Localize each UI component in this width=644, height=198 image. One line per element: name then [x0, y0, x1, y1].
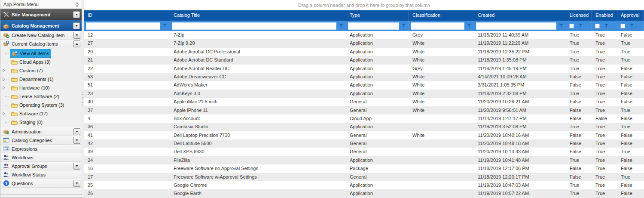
filter-input-type[interactable]: [348, 22, 399, 30]
tree-item-hardware-10[interactable]: Hardware (10): [0, 84, 82, 92]
filter-funnel-icon[interactable]: [162, 22, 168, 29]
cell-type: Application: [346, 123, 409, 131]
expander-right-icon[interactable]: [2, 86, 6, 90]
filter-checkbox-approval[interactable]: [620, 24, 625, 28]
cell-approval: False: [617, 114, 644, 123]
cell-id: 24: [84, 156, 170, 164]
filter-funnel-icon[interactable]: [467, 22, 472, 29]
table-row[interactable]: 42Dell Latitude 5500General11/20/2019 10…: [84, 139, 644, 148]
table-row[interactable]: 36Camtasia StudioApplication11/19/2019 3…: [84, 123, 644, 131]
dropdown-button-questions[interactable]: [73, 180, 80, 187]
dropdown-button-approval-groups[interactable]: [73, 163, 80, 170]
sidebar-item-create-new-catalog-item[interactable]: Create New Catalog Item: [0, 31, 82, 40]
column-header-enabled[interactable]: Enabled: [592, 10, 617, 21]
sidebar-item-questions[interactable]: ?Questions: [0, 179, 82, 188]
table-row[interactable]: 277-Zip 9.20ApplicationWhite11/19/2019 1…: [84, 39, 644, 47]
cell-created: 11/19/2019 11:22:29 AM: [474, 39, 566, 47]
table-row[interactable]: 24FileZillaApplication11/19/2019 10:41:4…: [84, 156, 644, 164]
table-row[interactable]: 51AdWords MakerApplicationWhite3/31/2021…: [84, 81, 644, 89]
filter-input-id[interactable]: [86, 22, 160, 30]
filter-input-catalog-title[interactable]: [172, 22, 336, 30]
table-row[interactable]: 26Google EarthApplication11/19/2019 10:5…: [84, 189, 644, 198]
cell-licensed: True: [566, 56, 592, 64]
table-row[interactable]: 25Google ChromeApplication11/19/2019 10:…: [84, 181, 644, 189]
sidebar-item-workflows[interactable]: Workflows: [0, 153, 82, 162]
pin-icon[interactable]: [75, 1, 79, 8]
dropdown-button-administration[interactable]: [73, 128, 80, 135]
column-header-created[interactable]: Created: [474, 10, 566, 21]
table-row[interactable]: 22Adobe Acrobat Reader DCApplicationGrey…: [84, 65, 644, 73]
filter-input-classification[interactable]: [411, 22, 464, 30]
filter-checkbox-enabled[interactable]: [595, 24, 600, 28]
table-row[interactable]: 21Adobe Acrobat DC StandardApplicationWh…: [84, 56, 644, 64]
tree-item-software-17[interactable]: Software (17): [0, 109, 82, 118]
table-row[interactable]: 16Freeware Software no Approval Settings…: [84, 164, 644, 173]
column-header-classification[interactable]: Classification: [409, 10, 474, 21]
cell-licensed: False: [566, 139, 592, 148]
cell-catalog-title: Dell XPS 8930: [170, 148, 346, 156]
tree-item-lease-software-2[interactable]: Lease Software (2): [0, 92, 82, 101]
expander-right-icon[interactable]: [2, 68, 6, 73]
table-row[interactable]: 53Adobe Dreamweaver CCApplicationWhite4/…: [84, 73, 644, 81]
column-header-approval[interactable]: Approval: [617, 10, 644, 21]
table-row[interactable]: 37Apple iPhone 11GeneralWhite11/20/2019 …: [84, 106, 644, 114]
tree-item-custom-7[interactable]: Custom (7): [0, 66, 82, 75]
table-row[interactable]: 20Adobe Acrobat DC ProfessionalApplicati…: [84, 48, 644, 56]
table-row[interactable]: 17Freeware Software w-Approval SettingsG…: [84, 173, 644, 181]
dropdown-button-create-new-catalog-item[interactable]: [73, 32, 80, 39]
table-row[interactable]: 23AimKeys 3.0ApplicationWhite11/18/2019 …: [84, 90, 644, 98]
tree-item-departments-1[interactable]: Departments (1): [0, 75, 82, 84]
column-header-catalog-title[interactable]: Catalog Title: [170, 10, 346, 21]
sidebar-group-site-management[interactable]: Site Management: [0, 9, 82, 20]
table-row[interactable]: 39Dell XPS 8930General11/20/2019 10:13:4…: [84, 148, 644, 156]
table-row[interactable]: 40Apple iMac 21.5 inchGeneralWhite11/20/…: [84, 98, 644, 106]
filter-input-created[interactable]: [476, 22, 556, 30]
filter-funnel-icon[interactable]: [339, 22, 344, 29]
sidebar-item-expressions[interactable]: Expressions: [0, 145, 82, 153]
dropdown-button-current-catalog-items[interactable]: [73, 40, 80, 47]
sidebar-group-label: Site Management: [12, 12, 50, 17]
filter-checkbox-licensed[interactable]: [569, 24, 574, 28]
dropdown-button-site-management[interactable]: [73, 11, 80, 18]
column-header-type[interactable]: Type: [346, 10, 409, 21]
sidebar-item-catalog-categories[interactable]: Catalog Categories: [0, 136, 82, 145]
expander-right-icon[interactable]: [2, 111, 6, 116]
cell-created: 11/20/2019 10:26:21 AM: [474, 98, 566, 106]
dropdown-button-catalog-categories[interactable]: [73, 137, 80, 144]
cell-enabled: True: [592, 65, 617, 73]
cell-classification: White: [409, 48, 474, 56]
filter-funnel-icon[interactable]: [401, 22, 406, 29]
cell-approval: True: [617, 106, 644, 114]
sidebar-item-approval-groups[interactable]: Approval Groups: [0, 162, 82, 170]
filter-funnel-icon[interactable]: [578, 22, 583, 29]
tree-item-staging-8[interactable]: Staging (8): [0, 118, 82, 127]
cell-id: 36: [84, 123, 170, 131]
table-row[interactable]: 127-ZipApplicationGrey11/15/2019 11:40:3…: [84, 31, 644, 39]
cell-classification: White: [409, 73, 474, 81]
cell-created: 11/20/2019 10:48:18 AM: [474, 139, 566, 148]
tree-item-cloud-apps-3[interactable]: Cloud Apps (3): [0, 58, 82, 66]
grid-header-row: IDCatalog TitleTypeClassificationCreated…: [84, 10, 644, 21]
dropdown-button-catalog-management[interactable]: [73, 22, 80, 29]
sidebar-item-current-catalog-items[interactable]: Current Catalog Items: [0, 40, 82, 48]
table-row[interactable]: 41Dell Laptop Precision 7730GeneralWhite…: [84, 131, 644, 139]
tree-item-view-all-items[interactable]: View All Items: [0, 49, 82, 58]
sidebar-item-administration[interactable]: Administration: [0, 127, 82, 136]
column-header-id[interactable]: ID: [84, 10, 170, 21]
expander-right-icon[interactable]: [2, 77, 6, 81]
group-by-bar[interactable]: Drag a column header and drop it here to…: [84, 0, 644, 10]
chevron-down-icon: [73, 22, 80, 29]
filter-funnel-icon[interactable]: [604, 22, 609, 29]
sidebar-item-workflow-status[interactable]: Workflow Status: [0, 170, 82, 179]
cell-id: 53: [84, 73, 170, 81]
column-header-licensed[interactable]: Licensed: [566, 10, 592, 21]
box-up-icon: [3, 128, 9, 135]
cell-classification: [409, 139, 474, 148]
filter-funnel-icon[interactable]: [559, 22, 564, 29]
filter-funnel-icon[interactable]: [629, 22, 635, 29]
table-row[interactable]: 4Box AccountCloud App11/14/2019 1:47:17 …: [84, 114, 644, 123]
sidebar-group-catalog-management[interactable]: Catalog Management: [0, 20, 82, 31]
sidebar-item-label: Create New Catalog Item: [12, 33, 71, 38]
cell-classification: [409, 114, 474, 123]
tree-item-operating-system-3[interactable]: Operating System (3): [0, 101, 82, 109]
